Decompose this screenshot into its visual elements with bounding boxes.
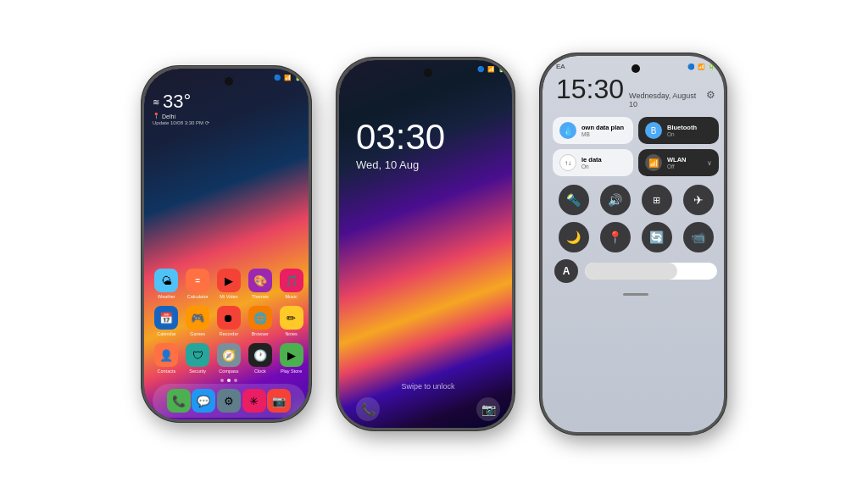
weather-row: ≋ 33° (153, 91, 209, 113)
weather-update: Update 10/08 3:30 PM ⟳ (153, 119, 209, 125)
dock-camera[interactable]: 📷 (266, 389, 292, 413)
cc-mobile-data-sub: On (581, 164, 602, 169)
dock-camera-icon: 📷 (267, 389, 291, 413)
cc-tile-bluetooth[interactable]: B Bluetooth On (638, 117, 719, 144)
app-calculator-label: Calculator (187, 294, 209, 299)
app-play-store-icon: ▶ (280, 343, 303, 367)
camera-icon: 📷 (481, 402, 496, 416)
cc-signal-icon: 📶 (698, 64, 705, 70)
dot-3 (234, 379, 237, 382)
app-notes[interactable]: ✏ Notes (277, 306, 306, 336)
cc-brightness-slider[interactable] (585, 263, 717, 280)
lock-clock: 03:30 (356, 119, 445, 155)
dnd-icon: 🌙 (566, 230, 581, 244)
app-themes[interactable]: 🎨 Themes (246, 269, 275, 299)
app-games[interactable]: 🎮 Games (183, 306, 212, 336)
cc-button-row-1: 🔦 🔊 ⊞ ✈ (542, 180, 726, 220)
cc-wlan-icon: 📶 (645, 154, 662, 171)
cc-bluetooth-sub: On (667, 131, 697, 137)
app-calendar[interactable]: 📅 Calendar (152, 306, 181, 336)
camera-hole-3 (632, 64, 640, 73)
app-compass[interactable]: 🧭 Compass (214, 343, 243, 374)
app-play-store[interactable]: ▶ Play Store (277, 343, 306, 374)
app-dock: 📞 💬 ⚙ ✳ 📷 (153, 384, 305, 418)
cc-tile-wlan[interactable]: 📶 WLAN Off ∨ (638, 149, 719, 176)
app-music[interactable]: 🎵 Music (277, 269, 306, 299)
app-clock-label: Clock (254, 369, 266, 374)
volume-icon: 🔊 (608, 193, 622, 207)
app-grid: 🌤 Weather = Calculator ▶ Mi Video 🎨 Them… (144, 269, 311, 374)
dock-phone-icon: 📞 (167, 389, 191, 413)
lock-date: Wed, 10 Aug (356, 158, 445, 171)
cc-location-button[interactable]: 📍 (600, 222, 631, 252)
dock-messages[interactable]: 💬 (192, 389, 217, 413)
app-music-label: Music (285, 294, 297, 299)
app-mi-video[interactable]: ▶ Mi Video (214, 269, 243, 299)
signal-icon-lock: 📶 (487, 66, 495, 73)
airplane-icon: ✈ (693, 193, 704, 207)
lockscreen-screen: 🔵 📶 🔋 03:30 Wed, 10 Aug Swipe to unlock … (339, 60, 515, 430)
app-calculator-icon: = (186, 269, 209, 292)
cc-data-text: own data plan MB (581, 124, 624, 137)
cc-wlan-chevron: ∨ (707, 159, 712, 167)
location-icon: 📍 (608, 230, 622, 244)
app-calendar-label: Calendar (157, 331, 175, 336)
homescreen-screen: 🔵 📶 🔋 ≋ 33° 📍 Delhi Update 10/08 3:30 PM… (144, 69, 311, 422)
app-play-store-label: Play Store (281, 369, 302, 374)
app-security[interactable]: 🛡 Security (183, 343, 212, 374)
dock-apps-icon: ✳ (242, 389, 266, 413)
dot-2 (227, 379, 231, 382)
app-music-icon: 🎵 (280, 269, 303, 292)
app-row-2: 📅 Calendar 🎮 Games ⏺ Recorder 🌐 Browser (151, 306, 307, 336)
cc-tile-mobile-data[interactable]: ↑↓ le data On (553, 149, 633, 176)
app-browser[interactable]: 🌐 Browser (246, 306, 275, 336)
cc-settings-button[interactable]: ⚙ (706, 89, 715, 101)
app-notes-label: Notes (285, 331, 297, 336)
cc-airplane-button[interactable]: ✈ (683, 185, 714, 215)
app-recorder-icon: ⏺ (217, 306, 241, 330)
app-row-3: 👤 Contacts 🛡 Security 🧭 Compass 🕐 Clock (151, 343, 307, 374)
app-weather-icon: 🌤 (154, 269, 178, 292)
app-security-label: Security (189, 369, 206, 374)
cc-brightness-icon: A (554, 259, 578, 283)
app-compass-icon: 🧭 (217, 343, 241, 367)
cc-time-row: 15:30 Wednesday, August 10 ⚙ (542, 72, 726, 114)
cc-screenshot-button[interactable]: ⊞ (642, 185, 672, 215)
app-clock-icon: 🕐 (248, 343, 272, 367)
rotation-icon: 🔄 (649, 230, 664, 244)
dock-settings[interactable]: ⚙ (216, 389, 242, 413)
battery-icon-lock: 🔋 (498, 66, 505, 73)
home-background: 🔵 📶 🔋 ≋ 33° 📍 Delhi Update 10/08 3:30 PM… (144, 69, 311, 422)
cc-dnd-button[interactable]: 🌙 (559, 222, 589, 252)
dock-apps[interactable]: ✳ (242, 389, 267, 413)
app-themes-icon: 🎨 (248, 269, 272, 292)
dock-phone[interactable]: 📞 (166, 389, 192, 413)
app-clock[interactable]: 🕐 Clock (246, 343, 275, 374)
cc-date: Wednesday, August 10 (629, 92, 701, 108)
weather-widget: ≋ 33° 📍 Delhi Update 10/08 3:30 PM ⟳ (153, 91, 209, 125)
app-recorder[interactable]: ⏺ Recorder (214, 306, 243, 336)
cc-quick-tiles: 💧 own data plan MB B Bluetooth On (542, 114, 726, 180)
cc-video-button[interactable]: 📹 (683, 222, 714, 252)
cc-tile-data[interactable]: 💧 own data plan MB (553, 117, 633, 144)
lock-camera-button[interactable]: 📷 (476, 397, 500, 421)
app-weather[interactable]: 🌤 Weather (152, 269, 181, 299)
app-contacts[interactable]: 👤 Contacts (152, 343, 181, 374)
status-icons-lock: 🔵 📶 🔋 (477, 66, 505, 73)
camera-hole-2 (424, 69, 432, 77)
app-themes-label: Themes (252, 294, 269, 299)
screenshot-icon: ⊞ (653, 195, 660, 206)
cc-flashlight-button[interactable]: 🔦 (559, 185, 589, 215)
cc-battery-icon: 🔋 (708, 64, 715, 70)
cc-volume-button[interactable]: 🔊 (600, 185, 631, 215)
cc-brightness-fill (585, 263, 677, 280)
pin-icon: 📍 (153, 113, 160, 119)
cc-bluetooth-icon: 🔵 (687, 64, 695, 70)
cc-bluetooth-label: Bluetooth (667, 124, 697, 131)
app-calculator[interactable]: = Calculator (183, 269, 212, 299)
lock-phone-button[interactable]: 📞 (356, 397, 380, 421)
phone-control-center: EA 🔵 📶 🔋 15:30 Wednesday, August 10 ⚙ (540, 53, 726, 435)
video-icon: 📹 (691, 230, 705, 244)
app-mi-video-icon: ▶ (217, 269, 241, 292)
cc-rotation-button[interactable]: 🔄 (642, 222, 672, 252)
